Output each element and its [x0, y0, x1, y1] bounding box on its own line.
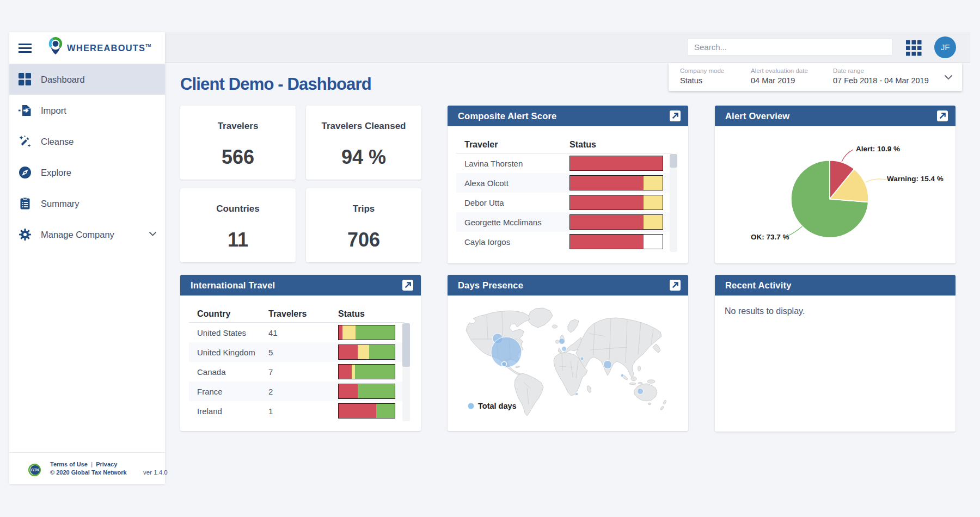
svg-text:Total days: Total days — [478, 402, 517, 410]
svg-text:OK: 73.7 %: OK: 73.7 % — [751, 233, 789, 241]
svg-text:Warning: 15.4 %: Warning: 15.4 % — [887, 175, 944, 183]
svg-text:GTN: GTN — [31, 468, 39, 472]
svg-text:Alert: 10.9 %: Alert: 10.9 % — [856, 145, 900, 153]
